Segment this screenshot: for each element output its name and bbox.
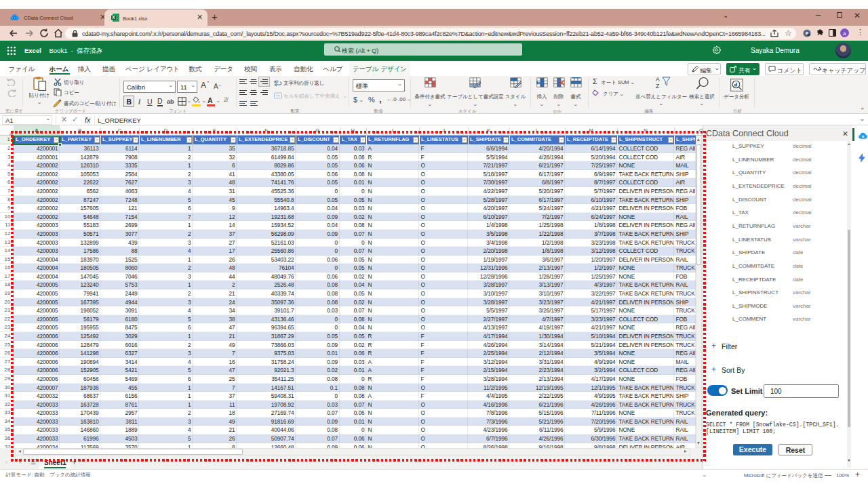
svg-text:X: X [112, 15, 115, 20]
svg-text:ab: ab [274, 79, 279, 83]
svg-text:Z: Z [656, 83, 659, 89]
svg-text:A: A [656, 76, 660, 83]
